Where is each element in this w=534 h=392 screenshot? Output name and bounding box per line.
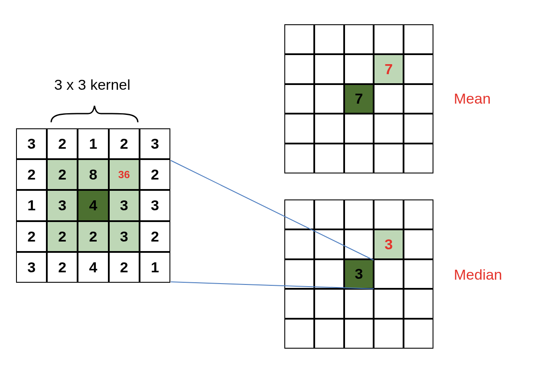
output-cell xyxy=(374,259,404,289)
input-cell: 3 xyxy=(109,221,140,252)
mean-output-grid: 77 xyxy=(284,24,433,173)
output-cell xyxy=(314,319,344,349)
output-cell xyxy=(404,84,433,114)
input-cell: 4 xyxy=(78,190,108,221)
output-cell xyxy=(344,24,374,54)
diagram-stage: 3 x 3 kernel 32123228362134332223232421 … xyxy=(0,0,534,392)
output-cell xyxy=(314,259,344,289)
output-cell xyxy=(344,54,374,84)
input-cell: 1 xyxy=(78,128,108,159)
output-cell xyxy=(314,114,344,144)
output-cell xyxy=(314,54,344,84)
brace-icon xyxy=(47,101,142,127)
output-cell: 7 xyxy=(344,84,374,114)
output-cell xyxy=(314,144,344,173)
output-cell xyxy=(374,84,404,114)
output-cell xyxy=(344,229,374,259)
output-cell xyxy=(404,199,433,229)
input-cell: 4 xyxy=(78,252,108,283)
output-cell xyxy=(284,319,314,349)
input-cell: 2 xyxy=(78,221,108,252)
input-cell: 2 xyxy=(16,221,47,252)
input-cell: 8 xyxy=(78,159,108,190)
input-cell: 2 xyxy=(140,221,170,252)
output-cell xyxy=(284,289,314,319)
output-cell xyxy=(344,319,374,349)
output-cell xyxy=(404,144,433,173)
input-cell: 3 xyxy=(109,190,140,221)
output-cell xyxy=(404,259,433,289)
input-cell: 2 xyxy=(109,252,140,283)
median-output-grid: 33 xyxy=(284,199,433,349)
kernel-title: 3 x 3 kernel xyxy=(54,76,130,93)
mean-label: Mean xyxy=(454,90,491,107)
output-cell: 3 xyxy=(344,259,374,289)
output-cell xyxy=(404,24,433,54)
input-cell: 3 xyxy=(47,190,78,221)
output-cell xyxy=(404,54,433,84)
output-cell xyxy=(404,229,433,259)
input-cell: 1 xyxy=(140,252,170,283)
output-cell xyxy=(344,289,374,319)
output-cell xyxy=(404,319,433,349)
input-cell: 2 xyxy=(47,128,78,159)
output-cell xyxy=(284,259,314,289)
input-cell: 3 xyxy=(140,128,170,159)
output-cell xyxy=(284,229,314,259)
output-cell xyxy=(374,199,404,229)
output-cell xyxy=(284,24,314,54)
input-cell: 2 xyxy=(47,221,78,252)
input-cell: 2 xyxy=(47,159,78,190)
output-cell: 7 xyxy=(374,54,404,84)
input-cell: 3 xyxy=(16,128,47,159)
output-cell xyxy=(344,199,374,229)
input-cell: 2 xyxy=(140,159,170,190)
output-cell xyxy=(314,84,344,114)
output-cell xyxy=(284,199,314,229)
input-cell: 2 xyxy=(109,128,140,159)
output-cell xyxy=(314,24,344,54)
output-cell xyxy=(284,114,314,144)
output-cell xyxy=(374,114,404,144)
output-cell: 3 xyxy=(374,229,404,259)
output-cell xyxy=(284,84,314,114)
input-cell: 3 xyxy=(140,190,170,221)
output-cell xyxy=(374,24,404,54)
output-cell xyxy=(314,199,344,229)
input-grid: 32123228362134332223232421 xyxy=(16,128,170,283)
output-cell xyxy=(344,114,374,144)
input-cell: 2 xyxy=(16,159,47,190)
output-cell xyxy=(284,54,314,84)
input-cell: 1 xyxy=(16,190,47,221)
output-cell xyxy=(284,144,314,173)
median-label: Median xyxy=(454,266,502,283)
output-cell xyxy=(404,114,433,144)
input-cell: 3 xyxy=(16,252,47,283)
output-cell xyxy=(314,289,344,319)
output-cell xyxy=(374,319,404,349)
input-cell: 36 xyxy=(109,159,140,190)
output-cell xyxy=(404,289,433,319)
output-cell xyxy=(314,229,344,259)
input-cell: 2 xyxy=(47,252,78,283)
output-cell xyxy=(344,144,374,173)
output-cell xyxy=(374,289,404,319)
output-cell xyxy=(374,144,404,173)
